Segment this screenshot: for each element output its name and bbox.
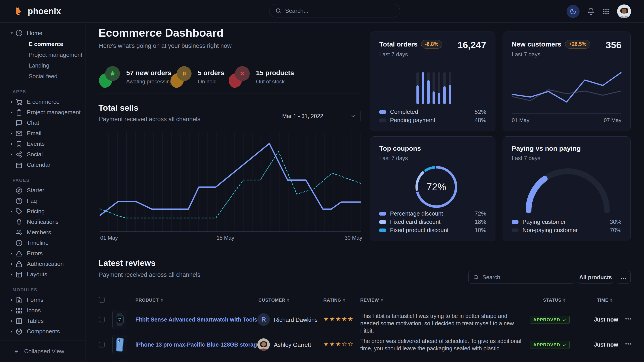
sidebar-item-layouts[interactable]: Layouts — [0, 269, 85, 280]
sidebar-item-label: Email — [27, 130, 42, 137]
sidebar-item-components[interactable]: Components — [0, 326, 85, 337]
chevron-right-icon — [10, 132, 16, 135]
legend-label: Fixed product discount — [390, 227, 449, 234]
paying-card: Paying vs non paying Last 7 days Paying … — [502, 136, 630, 241]
sidebar-item-errors[interactable]: Errors — [0, 248, 85, 259]
share-icon — [16, 151, 22, 158]
row-actions-button[interactable]: ••• — [625, 316, 632, 322]
product-thumbnail[interactable] — [112, 310, 127, 329]
navbar-actions — [566, 0, 631, 22]
sidebar-item-label: Pricing — [27, 208, 44, 215]
product-link[interactable]: iPhone 13 pro max-Pacific Blue-128GB sto… — [136, 342, 260, 348]
row-checkbox[interactable] — [99, 317, 105, 323]
sidebar-item-forms[interactable]: Forms — [0, 295, 85, 305]
collapse-label: Collapsed View — [24, 348, 64, 355]
brand-logo[interactable]: phoenix — [13, 5, 61, 17]
legend-value: 52% — [474, 108, 486, 115]
global-search[interactable] — [269, 4, 400, 17]
chevron-right-icon — [10, 298, 16, 302]
product-thumbnail[interactable] — [112, 335, 127, 354]
sidebar-item-tables[interactable]: Tables — [0, 316, 85, 326]
legend-swatch — [379, 212, 386, 216]
sidebar-item-label: Faq — [27, 197, 37, 204]
sidebar-subitem-social-feed[interactable]: Social feed — [29, 71, 85, 82]
reviews-more-button[interactable]: ... — [617, 271, 630, 284]
notifications-button[interactable] — [587, 7, 595, 15]
chevron-right-icon — [10, 111, 16, 114]
select-all-checkbox[interactable] — [99, 297, 105, 303]
date-range-select[interactable]: Mar 1 - 31, 2022 — [277, 110, 361, 122]
sidebar-item-label: E commerce — [27, 98, 60, 105]
sidebar-item-calendar[interactable]: Calendar — [0, 160, 85, 170]
sidebar-subitem-project-management[interactable]: Project management — [29, 49, 85, 60]
product-link[interactable]: Fitbit Sense Advanced Smartwatch with To… — [136, 316, 269, 323]
sidebar-item-home[interactable]: Home — [0, 27, 85, 39]
sidebar-item-label: Home — [27, 30, 42, 37]
customer-avatar: R — [257, 313, 270, 326]
bell-icon — [587, 7, 595, 15]
sidebar-item-label: Timeline — [27, 240, 48, 246]
all-products-button[interactable]: All products — [578, 271, 613, 284]
column-header-review[interactable]: REVIEW — [360, 298, 383, 303]
status-label: APPROVED — [533, 342, 560, 348]
global-search-input[interactable] — [285, 7, 394, 14]
sidebar-item-email[interactable]: Email — [0, 128, 85, 139]
sidebar-item-label: Starter — [27, 187, 44, 194]
sidebar-item-label: Members — [27, 229, 51, 236]
collapse-sidebar-button[interactable]: Collapsed View — [0, 341, 85, 362]
apps-menu-button[interactable] — [602, 8, 610, 15]
sidebar-item-members[interactable]: Members — [0, 227, 85, 238]
row-checkbox[interactable] — [99, 342, 105, 348]
lock-icon — [16, 261, 22, 267]
legend-swatch — [512, 220, 518, 224]
sidebar-section-label-pages: PAGES — [12, 178, 85, 183]
users-icon — [16, 229, 22, 236]
theme-toggle-button[interactable] — [566, 5, 580, 18]
divider — [365, 22, 365, 249]
chat-icon — [16, 120, 22, 126]
coupons-donut-chart: 72% — [413, 163, 460, 210]
column-label: TIME — [597, 298, 608, 303]
column-header-time[interactable]: TIME — [597, 298, 612, 303]
sidebar-item-faq[interactable]: Faq — [0, 196, 85, 206]
sidebar-item-label: Calendar — [27, 161, 50, 168]
user-avatar[interactable] — [617, 4, 631, 18]
legend-value: 30% — [610, 218, 622, 225]
card-period: Last 7 days — [512, 51, 590, 58]
box-icon — [16, 328, 22, 335]
sidebar-item-authentication[interactable]: Authentication — [0, 259, 85, 269]
sidebar-item-project-management[interactable]: Project management — [0, 107, 85, 118]
reviews-search[interactable] — [468, 271, 574, 284]
layout-icon — [16, 271, 22, 278]
column-header-rating[interactable]: RATING — [323, 298, 345, 303]
chevron-down-icon — [10, 31, 16, 35]
sidebar-item-pricing[interactable]: Pricing — [0, 206, 85, 217]
product-thumbnail[interactable] — [112, 361, 127, 362]
column-header-product[interactable]: PRODUCT — [136, 298, 163, 303]
sidebar-item-chat[interactable]: Chat — [0, 118, 85, 128]
sidebar-item-starter[interactable]: Starter — [0, 185, 85, 196]
card-period: Last 7 days — [379, 155, 486, 161]
reviews-search-input[interactable] — [482, 274, 569, 281]
column-header-customer[interactable]: CUSTOMER — [258, 298, 289, 303]
rating-stars: ★★★☆☆ — [323, 341, 354, 348]
bell-icon — [16, 219, 22, 225]
sidebar-item-e-commerce[interactable]: E commerce — [0, 97, 85, 107]
sidebar-item-events[interactable]: Events — [0, 139, 85, 149]
chevron-right-icon — [10, 273, 16, 276]
column-header-status[interactable]: STATUS — [543, 298, 566, 303]
sidebar-subitem-landing[interactable]: Landing — [29, 60, 85, 71]
row-actions-button[interactable]: ••• — [625, 341, 632, 347]
sort-icon — [610, 299, 612, 302]
sidebar-item-icons[interactable]: Icons — [0, 305, 85, 316]
column-label: RATING — [323, 298, 341, 303]
sidebar-subitem-e-commerce[interactable]: E commerce — [29, 39, 85, 49]
customer-name: Richard Dawkins — [274, 316, 318, 323]
tag-icon — [16, 208, 22, 215]
sidebar-item-notifications[interactable]: Notifications — [0, 217, 85, 227]
stat-57-new-orders: 57 new ordersAwating processing — [99, 66, 173, 88]
sidebar-item-label: Authentication — [27, 261, 64, 267]
sidebar-item-timeline[interactable]: Timeline — [0, 238, 85, 248]
clipboard-icon — [16, 109, 22, 116]
sidebar-item-social[interactable]: Social — [0, 149, 85, 160]
